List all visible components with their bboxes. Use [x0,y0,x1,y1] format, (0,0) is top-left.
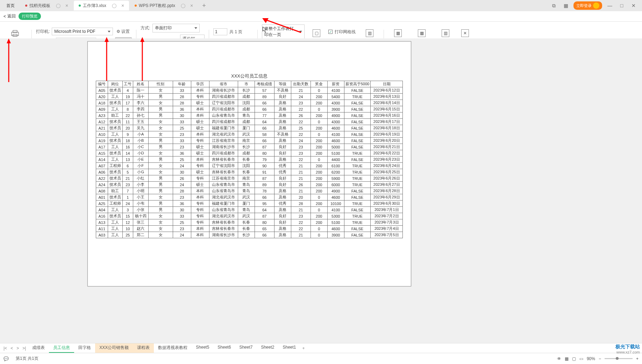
sheet-tab[interactable]: Sheet1 [278,343,300,353]
grid-view-icon[interactable]: ▦ [565,356,569,361]
login-button[interactable]: 立即登录 [573,1,602,10]
table-header: 出勤天数 [291,81,311,87]
comment-icon[interactable]: 💬 [3,356,9,361]
table-row: A15技术员14小D女36硕士四川省成都市成都80良好232005100TRUE… [96,150,402,156]
page-total-label: 共 1 页 [229,29,242,35]
table-header: 奖金 [311,81,327,87]
sheet-tabbar: |< < > >| 成绩表员工信息田字格XXX公司销售额课程表数据透视表教程Sh… [0,343,642,353]
page-input[interactable]: 1 [213,28,227,35]
table-row: A23助工22孙七男30本科山东省青岛市青岛77及格262004900FALSE… [96,112,402,119]
table-row: A11工人10赵六女23本科吉林省长春市长春65及格2204600FALSE20… [96,226,402,232]
sheet-prev-button[interactable]: < [9,346,14,351]
table-header: 年龄 [173,81,191,87]
page-settings-icon: ▥ [366,29,373,37]
minimize-button[interactable]: — [606,3,614,8]
cursor-icon [263,27,268,33]
avatar-icon [593,2,599,9]
table-row: A25工程师24小韦男36专科福建省厦门市厦门95优秀2820010100TRU… [96,201,402,207]
printer-select[interactable]: Microsoft Print to PDF [52,28,113,35]
reading-view-icon[interactable]: ▭ [579,356,583,361]
printer-icon [10,29,20,37]
sheet-tab[interactable]: 田字格 [74,343,95,353]
table-row: A10工人9小A女23本科湖北省武汉市武汉58不及格2204100FALSE20… [96,131,402,138]
close-tab-button[interactable]: × [121,3,124,8]
apps-icon[interactable]: ▦ [562,3,570,8]
gridlines-checkbox[interactable]: ✓ [328,30,333,34]
sheet-tab[interactable]: XXX公司销售额 [95,343,133,353]
printer-label: 打印机: [36,29,50,35]
back-button[interactable]: < 返回 [3,13,16,19]
sheet-tab[interactable]: 数据透视表教程 [154,343,192,353]
sheet-tab[interactable]: 员工信息 [49,343,74,353]
sheet-tab[interactable]: Sheet5 [192,343,213,353]
mode-select[interactable]: 单面打印 [152,24,200,32]
table-header: 编号 [96,81,108,87]
preview-area: XXX公司员工信息 编号岗位工号姓名性别年龄学历省市市考核成绩等级出勤天数奖金薪… [0,38,642,353]
table-header: 性别 [148,81,173,87]
mode-label: 方式: [141,25,150,31]
gear-icon: ⚙ [116,29,120,34]
table-row: A08助工7小明男28本科山东省青岛市青岛78及格212004900FALSE2… [96,188,402,194]
page-layout-icon: ▥ [442,29,449,37]
table-header: 岗位 [108,81,122,87]
table-row: A05技术员4陈一女33本科湖南省长沙市长沙57不及格2104100FALSE2… [96,87,402,94]
new-tab-button[interactable]: + [199,1,209,10]
tab-home[interactable]: 首页 [1,1,20,10]
close-tab-button[interactable]: × [190,3,193,8]
sheet-tab[interactable]: 成绩表 [28,343,49,353]
view-icon[interactable]: 👁 [557,356,561,361]
tab-label: WPS PPT教程.pptx [139,3,175,9]
table-header: 薪资高于5000 [344,81,370,87]
page-preview-icon: ▦ [394,29,402,37]
table-row: A13工人12张三女25专科吉林省长春市长春80良好222005100TRUE2… [96,219,402,226]
table-header: 省市 [209,81,238,87]
sheet-tab[interactable]: Sheet7 [235,343,257,353]
table-row: A07工程师6小F女24专科辽宁省沈阳市沈阳90优秀212006100TRUE2… [96,163,402,169]
zoom-in-button[interactable]: + [636,356,639,361]
table-row: A19技术员18小B男33专科江苏省南京市南京66及格242004600FALS… [96,138,402,144]
close-tab-button[interactable]: × [65,3,68,8]
print-preview-badge: 打印预览 [19,13,41,20]
table-row: A16技术员15杨十四女33专科湖北省武汉市武汉87良好232005300TRU… [96,213,402,219]
layout-icon[interactable]: ⧉ [550,3,558,9]
table-header: 考核成绩 [255,81,274,87]
page-view-icon[interactable]: ▢ [572,356,576,361]
zoom-value: 90% [587,356,595,361]
sheet-tab[interactable]: Sheet2 [257,343,278,353]
gridlines-label: 打印网格线 [335,29,356,35]
preview-page: XXX公司员工信息 编号岗位工号姓名性别年龄学历省市市考核成绩等级出勤天数奖金薪… [87,41,411,286]
add-sheet-button[interactable]: + [301,346,306,351]
file-tab[interactable]: WPS PPT教程.pptx◯× [130,1,198,10]
zoom-slider[interactable] [605,358,633,359]
table-row: A03工人25郑二女24本科湖南省长沙市长沙66及格2103900FALSE20… [96,232,402,238]
data-table: 编号岗位工号姓名性别年龄学历省市市考核成绩等级出勤天数奖金薪资薪资高于5000日… [96,81,403,238]
sheet-tab[interactable]: Sheet6 [213,343,235,353]
normal-view-icon: ▦ [418,29,426,37]
table-row: A04工人3小张男30专科山东省青岛市青岛64及格2104100FALSE202… [96,207,402,213]
table-header: 工号 [122,81,133,87]
table-header: 日期 [371,81,403,87]
close-window-button[interactable]: ✕ [629,3,638,8]
margins-icon: ▢ [313,29,320,37]
table-row: A06技术员5小G女30硕士吉林省长春市长春91优秀212006200TRUE2… [96,169,402,175]
table-row: A20工人19冯十男28专科四川省成都市成都89良好242005400TRUE2… [96,94,402,100]
tab-label: 工作簿3.xlsx [83,3,106,9]
settings-button[interactable]: ⚙设置 [115,28,131,35]
sheet-last-button[interactable]: >| [21,346,27,351]
zoom-out-button[interactable]: − [599,356,601,361]
close-icon: ✕ [461,29,469,37]
tab-status-icon: ◯ [112,3,116,8]
file-tab[interactable]: 工作簿3.xlsx◯× [74,1,129,10]
maximize-button[interactable]: □ [618,3,626,8]
app-icon [135,5,137,7]
table-header: 市 [238,81,255,87]
table-row: A09工人8李四男36本科四川省成都市成都66及格2203900FALSE202… [96,106,402,112]
fit-select[interactable]: 将整个工作表打印在一页 [262,24,305,39]
file-tab[interactable]: 找稻壳模板◯× [20,1,73,10]
sheet-first-button[interactable]: |< [2,346,8,351]
sheet-tab[interactable]: 课程表 [133,343,154,353]
table-row: A01技术员1小王女23本科湖北省武汉市武汉66及格2004600FALSE20… [96,194,402,201]
sheet-next-button[interactable]: > [15,346,20,351]
table-header: 姓名 [133,81,148,87]
table-row: A21技术员20吴九女25硕士福建省厦门市厦门66及格252004600FALS… [96,125,402,131]
